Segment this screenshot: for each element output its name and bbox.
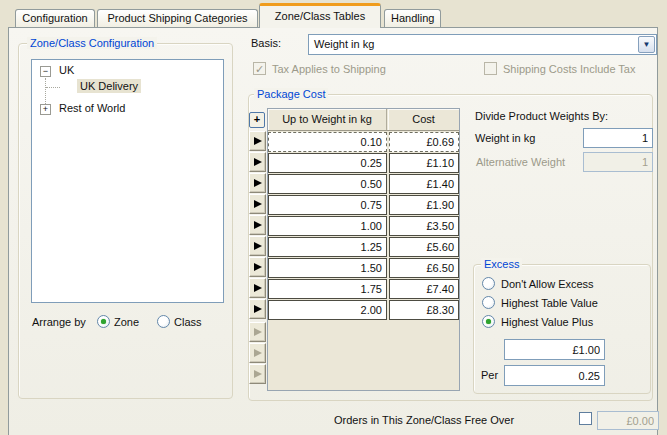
- grid-header-weight: Up to Weight in kg: [268, 109, 387, 130]
- arrange-by-zone-label[interactable]: Zone: [114, 316, 139, 328]
- arrange-by-label: Arrange by: [32, 316, 86, 328]
- grid-cell-cost[interactable]: £1.90: [389, 195, 459, 215]
- excess-label: Excess: [481, 258, 522, 270]
- grid-cell-cost[interactable]: £5.60: [389, 237, 459, 257]
- grid-cell-weight[interactable]: 1.50: [268, 258, 387, 278]
- tax-applies-label: Tax Applies to Shipping: [272, 63, 386, 75]
- alternative-weight-label: Alternative Weight: [476, 156, 565, 168]
- package-cost-grid: Up to Weight in kg Cost 0.10£0.690.25£1.…: [267, 108, 460, 391]
- row-arrow-icon: [254, 305, 262, 313]
- row-arrow-icon: [254, 370, 262, 378]
- radio-dot-icon: [486, 319, 491, 324]
- grid-cell-weight[interactable]: 1.00: [268, 216, 387, 236]
- row-selector-button[interactable]: [249, 236, 266, 256]
- weight-in-kg-input[interactable]: [583, 128, 653, 148]
- free-over-label: Orders in This Zone/Class Free Over: [334, 414, 514, 426]
- grid-header-row: Up to Weight in kg Cost: [268, 109, 459, 131]
- tree-item-uk[interactable]: UK: [59, 64, 74, 76]
- row-arrow-icon: [254, 349, 262, 357]
- arrange-by-zone-radio[interactable]: [97, 315, 110, 328]
- excess-amount-input[interactable]: [504, 339, 605, 360]
- zone-class-tree[interactable]: − UK UK Delivery + Rest of World: [31, 59, 224, 303]
- basis-label: Basis:: [251, 37, 281, 49]
- alternative-weight-input: [583, 152, 653, 172]
- row-arrow-icon: [254, 179, 262, 187]
- row-selector-button[interactable]: [249, 257, 266, 277]
- tree-item-uk-delivery-selected[interactable]: UK Delivery: [77, 79, 141, 93]
- highest-table-value-label[interactable]: Highest Table Value: [501, 297, 598, 309]
- highest-value-plus-label[interactable]: Highest Value Plus: [501, 316, 593, 328]
- row-selector-button-disabled: [249, 322, 266, 342]
- row-arrow-icon: [254, 137, 262, 145]
- per-label: Per: [481, 369, 498, 381]
- grid-cell-cost[interactable]: £1.40: [389, 174, 459, 194]
- grid-cell-cost[interactable]: £0.69: [389, 132, 459, 152]
- row-selector-button[interactable]: [249, 173, 266, 193]
- tree-connector-line: [46, 87, 60, 88]
- highest-table-value-radio[interactable]: [482, 296, 495, 309]
- row-selector-button-disabled: [249, 343, 266, 363]
- dont-allow-excess-label[interactable]: Don't Allow Excess: [501, 278, 594, 290]
- grid-cell-cost[interactable]: £3.50: [389, 216, 459, 236]
- row-selector-button[interactable]: [249, 299, 266, 319]
- chevron-down-icon[interactable]: ▼: [638, 36, 655, 53]
- basis-combobox-value: Weight in kg: [314, 38, 374, 50]
- shipping-config-dialog: { "tabs": [ { "label": "Configuration", …: [0, 0, 667, 435]
- tab-product-shipping-categories[interactable]: Product Shipping Categories: [97, 9, 258, 27]
- grid-cell-cost[interactable]: £1.10: [389, 153, 459, 173]
- grid-header-cost: Cost: [388, 109, 459, 130]
- free-over-input: [597, 411, 659, 430]
- row-selector-button[interactable]: [249, 194, 266, 214]
- row-selector-button[interactable]: [249, 278, 266, 298]
- expand-icon[interactable]: +: [40, 104, 51, 115]
- weight-in-kg-label: Weight in kg: [475, 132, 535, 144]
- highest-value-plus-radio[interactable]: [482, 315, 495, 328]
- tree-item-rest-of-world[interactable]: Rest of World: [59, 102, 125, 114]
- grid-cell-weight[interactable]: 1.25: [268, 237, 387, 257]
- row-arrow-icon: [254, 221, 262, 229]
- grid-cell-weight[interactable]: 0.10: [268, 132, 387, 152]
- tab-handling[interactable]: Handling: [384, 9, 441, 27]
- row-arrow-icon: [254, 328, 262, 336]
- grid-cell-weight[interactable]: 1.75: [268, 279, 387, 299]
- row-arrow-icon: [254, 200, 262, 208]
- row-arrow-icon: [254, 242, 262, 250]
- plus-icon: +: [254, 113, 260, 125]
- row-selector-button-disabled: [249, 364, 266, 384]
- zone-class-configuration-label: Zone/Class Configuration: [27, 37, 157, 49]
- row-arrow-icon: [254, 284, 262, 292]
- package-cost-label: Package Cost: [254, 88, 328, 100]
- dont-allow-excess-radio[interactable]: [482, 277, 495, 290]
- row-selector-button[interactable]: [249, 215, 266, 235]
- grid-cell-weight[interactable]: 0.25: [268, 153, 387, 173]
- per-amount-input[interactable]: [504, 365, 605, 386]
- free-over-checkbox[interactable]: [579, 412, 592, 425]
- grid-cell-weight[interactable]: 2.00: [268, 300, 387, 320]
- grid-cell-cost[interactable]: £7.40: [389, 279, 459, 299]
- add-row-button[interactable]: +: [249, 112, 265, 128]
- grid-cell-weight[interactable]: 0.75: [268, 195, 387, 215]
- include-tax-checkbox: [484, 62, 497, 75]
- zone-class-tables-page: Zone/Class Configuration − UK UK Deliver…: [8, 27, 658, 435]
- row-selector-button[interactable]: [249, 152, 266, 172]
- basis-combobox[interactable]: Weight in kg ▼: [308, 34, 657, 55]
- include-tax-label: Shipping Costs Include Tax: [503, 63, 636, 75]
- row-arrow-icon: [254, 158, 262, 166]
- tab-zone-class-tables[interactable]: Zone/Class Tables: [259, 3, 381, 28]
- tax-applies-checkbox: ✓: [253, 62, 266, 75]
- grid-cell-weight[interactable]: 0.50: [268, 174, 387, 194]
- tab-configuration[interactable]: Configuration: [15, 9, 95, 27]
- arrange-by-class-label[interactable]: Class: [174, 316, 202, 328]
- row-selector-button[interactable]: [249, 131, 266, 151]
- grid-cell-cost[interactable]: £8.30: [389, 300, 459, 320]
- radio-dot-icon: [101, 319, 106, 324]
- grid-cell-cost[interactable]: £6.50: [389, 258, 459, 278]
- divide-weights-title: Divide Product Weights By:: [475, 110, 608, 122]
- row-arrow-icon: [254, 263, 262, 271]
- collapse-icon[interactable]: −: [40, 66, 51, 77]
- arrange-by-class-radio[interactable]: [157, 315, 170, 328]
